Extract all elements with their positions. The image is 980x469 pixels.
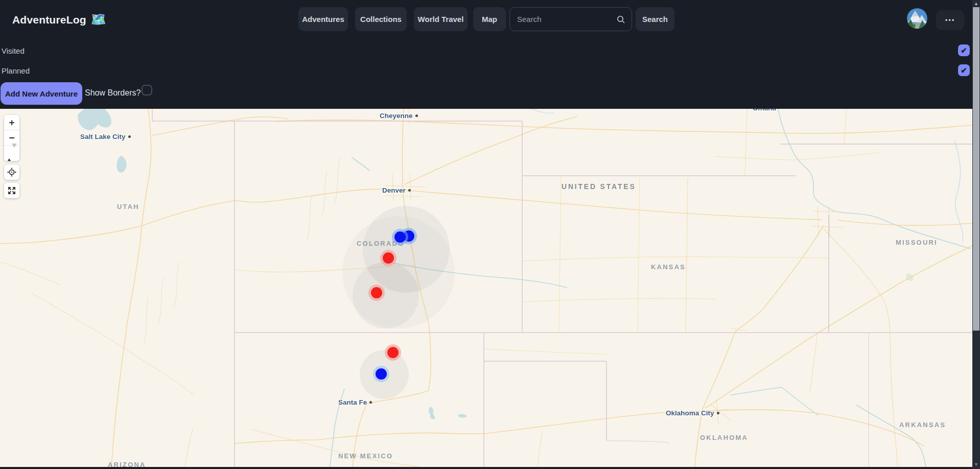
adventurelog-app: AdventureLog🗺️ Adventures Collections Wo… <box>0 0 980 469</box>
state-label-new-mexico: NEW MEXICO <box>338 452 393 460</box>
ellipsis-icon: ••• <box>945 16 955 24</box>
city-label-omaha: Omaha <box>753 109 776 112</box>
geolocate-icon <box>7 168 16 177</box>
state-label-kansas: KANSAS <box>651 263 686 271</box>
check-icon: ✔ <box>961 46 967 55</box>
city-label-denver: Denver <box>382 186 411 194</box>
terrain-layer <box>144 157 340 343</box>
app-logo[interactable]: AdventureLog🗺️ <box>12 12 106 27</box>
compass-button[interactable] <box>4 146 19 161</box>
adventure-marker-red-3[interactable] <box>387 347 399 358</box>
adventure-marker-blue-3[interactable] <box>376 368 387 380</box>
scrollbar-thumb[interactable] <box>973 7 979 331</box>
user-avatar[interactable] <box>907 8 927 29</box>
search-button[interactable]: Search <box>636 7 674 31</box>
search-icon <box>616 15 625 24</box>
overflow-menu-button[interactable]: ••• <box>936 10 964 30</box>
adventure-marker-red-1[interactable] <box>383 252 394 264</box>
geolocate-button[interactable] <box>4 165 19 180</box>
state-label-missouri: MISSOURI <box>896 239 938 246</box>
state-label-arkansas: ARKANSAS <box>899 421 946 429</box>
planned-checkbox[interactable]: ✔ <box>958 64 970 76</box>
search-box <box>509 7 632 31</box>
scroll-down-arrow-icon[interactable]: ▼ <box>972 461 980 468</box>
visited-label: Visited <box>2 46 25 55</box>
state-label-utah: UTAH <box>117 203 139 210</box>
city-dot <box>717 412 719 414</box>
city-label-cheyenne: Cheyenne <box>380 112 418 120</box>
app-logo-text: AdventureLog <box>12 14 86 26</box>
state-label-arizona: ARIZONA <box>108 461 146 467</box>
border-layer <box>152 109 972 467</box>
map[interactable]: + − UTAHCOLORADOUNITED STATESKANSASMISSO… <box>0 109 972 467</box>
city-label-oklahoma-city: Oklahoma City <box>666 409 719 417</box>
adventure-marker-blue-1[interactable] <box>394 231 406 243</box>
planned-label: Planned <box>2 66 30 75</box>
world-map-emoji-icon: 🗺️ <box>91 12 106 26</box>
city-label-santa-fe: Santa Fe <box>338 398 372 406</box>
nav-map[interactable]: Map <box>473 7 506 31</box>
city-dot <box>128 135 131 138</box>
state-label-oklahoma: OKLAHOMA <box>700 434 748 441</box>
fullscreen-button[interactable] <box>4 183 19 198</box>
check-icon: ✔ <box>961 66 967 75</box>
road-layer <box>0 109 972 467</box>
city-dot <box>408 189 411 192</box>
fullscreen-expand-icon <box>7 186 16 195</box>
search-input[interactable] <box>517 8 614 31</box>
water-layer <box>78 109 914 419</box>
zoom-in-button[interactable]: + <box>4 115 19 130</box>
nav-collections[interactable]: Collections <box>355 7 407 31</box>
map-canvas <box>0 109 972 467</box>
visited-checkbox[interactable]: ✔ <box>958 44 970 56</box>
nav-world-travel[interactable]: World Travel <box>414 7 468 31</box>
city-dot <box>369 401 372 404</box>
nav-adventures[interactable]: Adventures <box>298 7 348 31</box>
mountain-avatar-image <box>907 8 927 29</box>
compass-needle-icon <box>7 148 17 159</box>
add-new-adventure-button[interactable]: Add New Adventure <box>1 82 82 105</box>
adventure-marker-red-2[interactable] <box>371 287 382 298</box>
show-borders-label: Show Borders? <box>85 88 141 98</box>
scroll-up-arrow-icon[interactable]: ▲ <box>972 0 980 7</box>
state-label-united-states: UNITED STATES <box>562 182 636 191</box>
page-scrollbar[interactable]: ▲ ▼ <box>972 0 980 469</box>
city-dot <box>415 114 418 117</box>
city-label-salt-lake-city: Salt Lake City <box>80 133 131 140</box>
show-borders-checkbox[interactable] <box>142 85 152 96</box>
map-zoom-controls: + − <box>4 115 19 161</box>
